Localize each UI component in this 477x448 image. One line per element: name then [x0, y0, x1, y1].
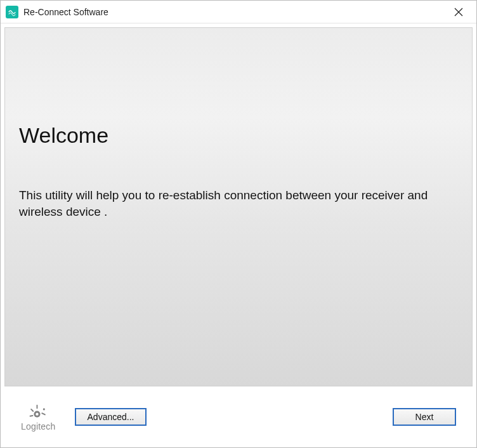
app-icon: [6, 6, 18, 18]
content-wrap: Welcome This utility will help you to re…: [1, 23, 476, 447]
main-panel: Welcome This utility will help you to re…: [4, 27, 473, 386]
close-button[interactable]: [446, 2, 471, 22]
next-button[interactable]: Next: [393, 408, 456, 426]
logitech-icon: [26, 402, 50, 420]
brand-name: Logitech: [21, 421, 56, 432]
svg-point-3: [36, 412, 39, 415]
app-window: Re-Connect Software Welcome This utility…: [0, 0, 477, 448]
window-title: Re-Connect Software: [23, 7, 446, 17]
svg-line-8: [30, 416, 33, 416]
page-body-text: This utility will help you to re-establi…: [19, 187, 458, 220]
brand-logo: Logitech: [21, 402, 56, 432]
svg-point-4: [43, 408, 45, 410]
page-heading: Welcome: [19, 123, 472, 148]
titlebar: Re-Connect Software: [1, 1, 476, 23]
svg-line-5: [31, 409, 33, 411]
svg-line-7: [42, 413, 45, 414]
close-icon: [454, 8, 463, 16]
connect-icon: [8, 8, 16, 16]
advanced-button[interactable]: Advanced...: [75, 408, 147, 426]
footer: Logitech Advanced... Next: [4, 386, 473, 447]
